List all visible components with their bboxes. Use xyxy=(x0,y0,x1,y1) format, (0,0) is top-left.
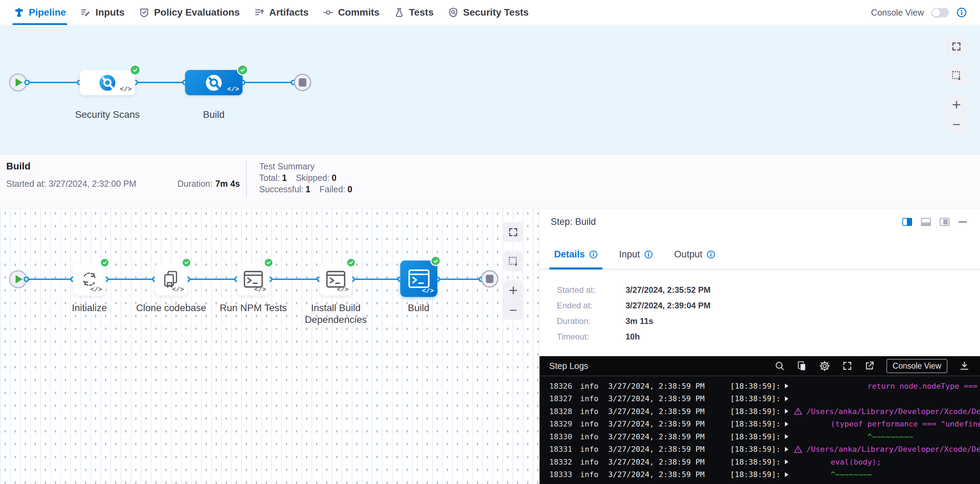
tab-pipeline[interactable]: Pipeline xyxy=(14,0,66,25)
step-node-install-build-dependencies[interactable]: </> xyxy=(320,263,352,295)
console-view-label: Console View xyxy=(871,8,924,17)
log-expand-arrow[interactable] xyxy=(785,447,794,452)
marquee-select-button[interactable] xyxy=(946,65,967,86)
log-line: 18329 info 3/27/2024, 2:38:59 PM [18:38:… xyxy=(549,418,980,431)
log-line: 18333 info 3/27/2024, 2:38:59 PM [18:38:… xyxy=(549,468,980,481)
log-line: 18327 info 3/27/2024, 2:38:59 PM [18:38:… xyxy=(549,392,980,405)
marquee-select-button[interactable] xyxy=(503,251,523,271)
step-canvas-controls: + − xyxy=(503,222,523,320)
open-external-icon[interactable] xyxy=(864,361,875,371)
info-icon[interactable] xyxy=(956,7,967,17)
step-node-clone-codebase[interactable]: </> xyxy=(155,263,188,295)
log-date: 3/27/2024, 2:38:59 PM xyxy=(608,394,730,403)
zoom-in-button[interactable]: + xyxy=(509,283,518,297)
log-message: (typeof performance === "undefine xyxy=(794,420,980,428)
fullscreen-icon[interactable] xyxy=(842,361,853,371)
log-expand-arrow[interactable] xyxy=(785,459,794,464)
tab-artifacts[interactable]: Artifacts xyxy=(255,0,309,25)
zoom-out-button[interactable]: − xyxy=(952,117,960,131)
console-view-toggle[interactable] xyxy=(931,8,949,17)
log-expand-arrow[interactable] xyxy=(785,434,794,439)
console-view-button[interactable]: Console View xyxy=(886,359,947,373)
log-expand-arrow[interactable] xyxy=(785,409,794,414)
layout-right-panel-icon[interactable] xyxy=(902,218,912,226)
tab-tests[interactable]: Tests xyxy=(394,0,434,25)
tab-label: Tests xyxy=(409,7,434,18)
security-scan-stage-icon xyxy=(99,74,116,92)
step-label: Initialize xyxy=(45,302,134,314)
step-logs-console[interactable]: 18326 info 3/27/2024, 2:38:59 PM [18:38:… xyxy=(539,376,980,484)
zoom-in-button[interactable]: + xyxy=(952,98,961,111)
log-level: info xyxy=(580,407,608,416)
zoom-out-button[interactable]: − xyxy=(509,303,517,317)
layout-bottom-panel-icon[interactable] xyxy=(921,218,931,226)
log-message: /Users/anka/Library/Developer/Xcode/De xyxy=(807,407,980,416)
fullscreen-button[interactable] xyxy=(946,36,967,57)
log-timestamp: [18:38:59]: xyxy=(730,407,785,416)
tab-output[interactable]: Output xyxy=(670,249,720,269)
log-expand-arrow[interactable] xyxy=(785,396,794,401)
step-logs-header: Step Logs Console View xyxy=(539,356,980,376)
edge xyxy=(438,279,481,280)
zoom-controls: + − xyxy=(946,95,967,134)
step-node-run-npm-tests[interactable]: </> xyxy=(237,263,270,295)
minimize-panel-icon[interactable] xyxy=(959,221,967,223)
panel-header: Step: Build xyxy=(539,208,980,235)
tab-commits[interactable]: Commits xyxy=(323,0,379,25)
shield-scan-icon xyxy=(448,7,458,17)
log-date: 3/27/2024, 2:38:59 PM xyxy=(608,432,730,441)
tab-details[interactable]: Details xyxy=(549,249,603,269)
step-node-build[interactable]: </> xyxy=(400,260,438,297)
log-message: /Users/anka/Library/Developer/Xcode/De xyxy=(807,445,980,454)
success-badge xyxy=(130,64,141,76)
step-graph-canvas[interactable]: </> Initialize </> Clone codebase </> xyxy=(0,208,539,484)
detail-value: 3/27/2024, 2:39:04 PM xyxy=(625,301,711,310)
warning-icon xyxy=(794,446,802,453)
stage-end-node xyxy=(481,270,498,287)
log-expand-arrow[interactable] xyxy=(785,472,794,477)
log-level: info xyxy=(580,432,608,441)
stage-summary: Build Started at: 3/27/2024, 2:32:00 PM … xyxy=(0,154,980,208)
edge xyxy=(106,279,155,280)
download-logs-icon[interactable] xyxy=(959,361,970,371)
tab-input[interactable]: Input xyxy=(614,249,658,269)
detail-value: 3m 11s xyxy=(625,316,653,326)
log-expand-arrow[interactable] xyxy=(785,384,794,388)
log-message: eval(body); xyxy=(794,458,881,467)
edge xyxy=(270,279,320,280)
play-icon xyxy=(16,275,22,283)
flask-icon xyxy=(394,7,404,17)
tab-policy-evaluations[interactable]: Policy Evaluations xyxy=(139,0,239,25)
info-icon[interactable] xyxy=(589,250,598,259)
search-icon[interactable] xyxy=(775,361,785,371)
tab-inputs[interactable]: Inputs xyxy=(80,0,124,25)
success-badge xyxy=(237,64,248,76)
copy-icon[interactable] xyxy=(797,361,807,371)
detail-row: Started at: 3/27/2024, 2:35:52 PM xyxy=(557,282,711,298)
success-badge xyxy=(346,258,356,267)
build-stage-icon xyxy=(205,74,223,92)
stop-icon xyxy=(299,78,306,87)
stage-node-security-scans[interactable]: </> xyxy=(80,70,135,95)
test-summary-line1: Total:1Skipped:0 xyxy=(259,173,345,183)
code-icon: </> xyxy=(255,286,266,294)
tab-security-tests[interactable]: Security Tests xyxy=(448,0,528,25)
log-level: info xyxy=(580,394,608,403)
fullscreen-button[interactable] xyxy=(503,222,523,242)
success-badge xyxy=(181,258,191,267)
tab-label: Inputs xyxy=(95,7,124,18)
log-expand-arrow[interactable] xyxy=(785,422,794,427)
log-timestamp: [18:38:59]: xyxy=(730,432,785,441)
layout-floating-panel-icon[interactable] xyxy=(940,218,950,226)
step-details-panel: Step: Build Details Input Output xyxy=(539,208,980,484)
edge xyxy=(188,279,237,280)
log-line-number: 18328 xyxy=(549,407,580,416)
info-icon[interactable] xyxy=(706,250,715,259)
stage-node-build[interactable]: </> xyxy=(185,70,243,95)
settings-gear-icon[interactable] xyxy=(819,360,830,372)
warning-icon xyxy=(794,408,802,415)
log-timestamp: [18:38:59]: xyxy=(730,458,785,467)
step-node-initialize[interactable]: </> xyxy=(73,263,106,295)
info-icon[interactable] xyxy=(644,250,653,259)
stage-graph-canvas[interactable]: </> Security Scans </> Build + xyxy=(0,25,980,154)
